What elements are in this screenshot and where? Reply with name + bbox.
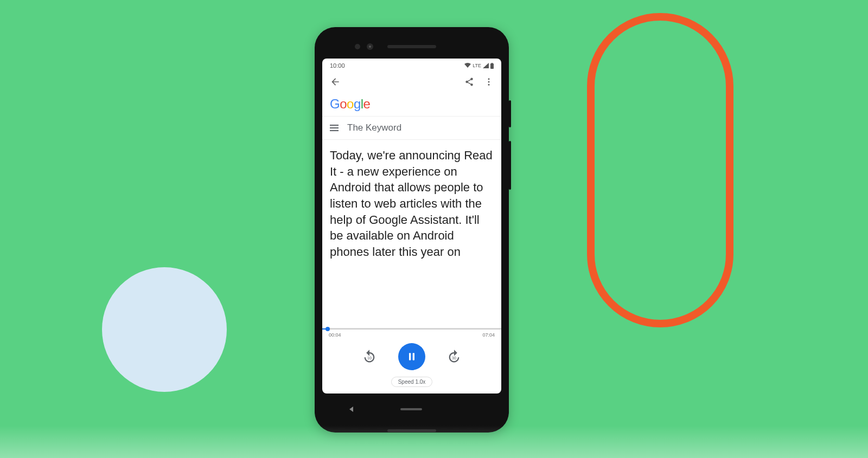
playback-speed-chip[interactable]: Speed 1.0x <box>391 377 433 387</box>
svg-rect-1 <box>492 63 493 64</box>
svg-point-2 <box>488 78 490 80</box>
phone-earpiece <box>387 45 436 48</box>
total-time: 07:04 <box>482 332 495 338</box>
hamburger-menu-button[interactable] <box>330 125 339 131</box>
svg-text:30: 30 <box>452 356 456 360</box>
forward-30-icon: 30 <box>446 349 462 364</box>
share-icon <box>464 77 474 87</box>
svg-rect-7 <box>413 353 414 360</box>
nav-back-button[interactable] <box>349 407 353 412</box>
decorative-circle <box>102 267 227 392</box>
progress-bar[interactable] <box>322 328 501 330</box>
site-title: The Keyword <box>347 122 401 133</box>
android-nav-bar <box>322 394 501 425</box>
signal-icon <box>483 63 489 68</box>
pause-button[interactable] <box>398 343 425 370</box>
forward-button[interactable]: 30 <box>446 349 462 365</box>
back-button[interactable] <box>330 76 341 89</box>
share-button[interactable] <box>464 77 474 89</box>
replay-10-icon: 10 <box>362 349 377 364</box>
network-label: LTE <box>473 63 481 68</box>
phone-camera <box>367 43 373 50</box>
audio-player: 00:04 07:04 10 30 Speed 1.0x <box>322 328 501 394</box>
elapsed-time: 00:04 <box>329 332 341 338</box>
back-arrow-icon <box>330 76 341 87</box>
phone-top-bezel <box>322 35 501 59</box>
more-vert-icon <box>484 77 494 87</box>
wifi-icon <box>464 63 471 68</box>
phone-side-button <box>509 100 511 127</box>
decorative-pill-outline <box>587 13 733 327</box>
status-indicators: LTE <box>464 63 494 69</box>
overflow-menu-button[interactable] <box>484 77 494 89</box>
progress-handle[interactable] <box>326 327 330 331</box>
pause-icon <box>406 351 417 362</box>
status-time: 10:00 <box>330 62 345 69</box>
phone-sensor <box>355 44 360 49</box>
site-header: The Keyword <box>322 117 501 139</box>
phone-side-button <box>509 141 511 190</box>
nav-home-pill[interactable] <box>400 408 422 410</box>
app-header <box>322 73 501 93</box>
time-row: 00:04 07:04 <box>322 330 501 338</box>
svg-point-4 <box>488 84 490 86</box>
status-bar: 10:00 LTE <box>322 59 501 73</box>
article-body[interactable]: Today, we're announcing Read It - a new … <box>322 140 501 328</box>
svg-rect-6 <box>409 353 411 360</box>
rewind-button[interactable]: 10 <box>361 349 378 365</box>
player-controls: 10 30 <box>322 338 501 375</box>
battery-icon <box>490 63 494 69</box>
decorative-gradient <box>0 425 868 458</box>
svg-text:10: 10 <box>367 356 372 360</box>
phone-screen: 10:00 LTE Google <box>322 59 501 394</box>
article-text: Today, we're announcing Read It - a new … <box>330 149 493 259</box>
svg-rect-0 <box>490 63 494 69</box>
svg-point-3 <box>488 81 490 83</box>
google-logo: Google <box>322 93 501 116</box>
phone-frame: 10:00 LTE Google <box>315 27 509 433</box>
